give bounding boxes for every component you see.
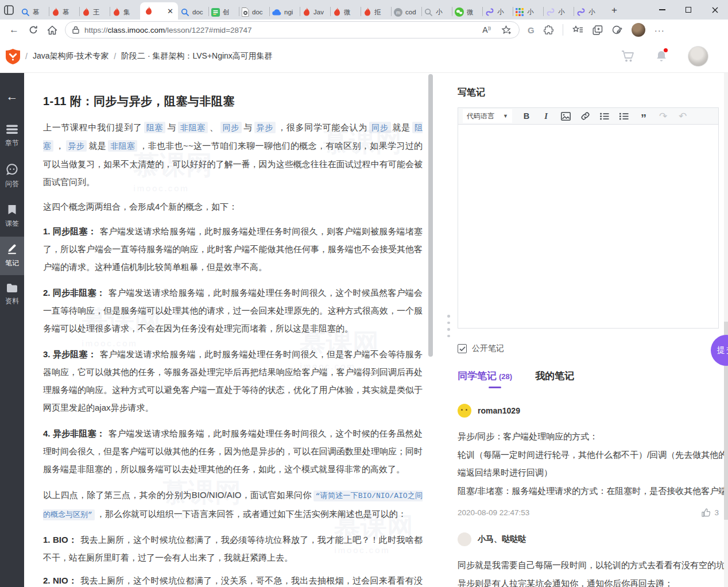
cart-icon[interactable] bbox=[621, 50, 635, 63]
student-note: 小马、哒哒哒同步就是我需要自己每隔一段时间，以轮训的方式去看看有没有空的坑位；异… bbox=[458, 532, 728, 587]
tab-favicon bbox=[333, 7, 341, 17]
note-tabs: 同学笔记(28) 我的笔记 bbox=[458, 369, 728, 388]
sidebar-item-notes[interactable]: 笔记 bbox=[0, 237, 24, 275]
navbar-divider bbox=[563, 24, 563, 36]
tab-title: cod bbox=[405, 9, 416, 16]
browser-tab[interactable]: 创 bbox=[208, 5, 239, 20]
web-capture-icon[interactable] bbox=[612, 25, 622, 35]
italic-icon[interactable]: I bbox=[536, 108, 556, 124]
tab-classmates-notes[interactable]: 同学笔记(28) bbox=[458, 369, 512, 388]
address-bar[interactable]: https://class.imooc.com/lesson/1227#mid=… bbox=[65, 21, 520, 38]
user-avatar[interactable] bbox=[688, 46, 708, 67]
refresh-icon[interactable] bbox=[24, 25, 42, 34]
new-tab-button[interactable]: + bbox=[606, 2, 622, 18]
imooc-logo-icon[interactable] bbox=[6, 49, 20, 64]
breadcrumb-stage[interactable]: 阶段二 · 集群架构：LVS+Nginx高可用集群 bbox=[121, 51, 273, 61]
note-author-name: 小马、哒哒哒 bbox=[478, 534, 526, 544]
browser-tab[interactable]: 小 bbox=[574, 5, 604, 20]
bullet-list-icon[interactable] bbox=[595, 108, 614, 124]
sidebar-item-materials[interactable]: 资料 bbox=[0, 276, 24, 313]
maximize-button[interactable] bbox=[675, 0, 702, 20]
browser-tab[interactable]: 小 bbox=[421, 5, 452, 20]
browser-profile-avatar[interactable] bbox=[632, 23, 645, 37]
breadcrumb-course[interactable]: Java架构师-技术专家 bbox=[33, 51, 109, 61]
back-icon[interactable]: ← bbox=[5, 24, 24, 36]
highlighted-term: 同步 bbox=[369, 122, 390, 133]
browser-tab[interactable]: 慕 bbox=[49, 5, 79, 20]
highlighted-term: 非阻塞 bbox=[178, 122, 208, 133]
browser-tab[interactable]: 微 bbox=[330, 5, 361, 20]
close-button[interactable] bbox=[702, 0, 728, 20]
lesson-item: 4. 异步非阻塞：客户端发送请求给服务端，此时服务端处理任务时间很久，这个时候的… bbox=[43, 424, 423, 478]
sidebar-item-chapters[interactable]: 章节 bbox=[0, 117, 24, 155]
bold-icon[interactable]: B bbox=[517, 108, 536, 124]
quote-icon[interactable]: ” bbox=[634, 108, 653, 124]
browser-tab[interactable]: doc bbox=[239, 5, 269, 20]
code-language-select[interactable]: 代码语言▼ bbox=[463, 109, 512, 123]
more-icon[interactable]: ··· bbox=[655, 25, 665, 35]
undo-icon[interactable]: ↶ bbox=[673, 108, 692, 124]
tab-title: 小 bbox=[558, 8, 565, 17]
browser-tab[interactable]: 集 bbox=[110, 5, 140, 20]
tab-title: 小 bbox=[436, 8, 443, 17]
browser-tab[interactable]: 微 bbox=[452, 5, 482, 20]
favorites-icon[interactable] bbox=[572, 25, 583, 34]
note-editor: 代码语言▼ BI”↷↶ bbox=[458, 107, 719, 329]
browser-tab[interactable]: 王 bbox=[79, 5, 110, 20]
tab-favicon bbox=[242, 7, 249, 17]
sidebar-item-bookmarks[interactable]: 课签 bbox=[0, 197, 24, 235]
browser-tab[interactable]: 小 bbox=[513, 5, 543, 20]
tab-title: Jav bbox=[313, 9, 324, 16]
tab-title: 慕 bbox=[63, 8, 69, 17]
url-text[interactable]: https://class.imooc.com/lesson/1227#mid=… bbox=[84, 26, 252, 34]
browser-tab[interactable]: Jav bbox=[300, 5, 330, 20]
extensions-icon[interactable] bbox=[544, 25, 553, 35]
link-icon[interactable] bbox=[575, 108, 595, 124]
home-icon[interactable] bbox=[42, 25, 61, 35]
browser-tab[interactable]: mcod bbox=[391, 5, 421, 20]
note-text-line: 异步则是有人拉完某坑会通知你，通知你后你再回去蹲； bbox=[458, 574, 728, 587]
thumb-up-icon bbox=[702, 508, 711, 517]
highlighted-term: 同步 bbox=[220, 122, 242, 133]
panel-scrollbar-track[interactable] bbox=[724, 73, 728, 587]
notification-bell-icon[interactable] bbox=[656, 50, 667, 63]
item-lead: 2. NIO： bbox=[43, 576, 77, 585]
public-note-row: 公开笔记 bbox=[458, 343, 728, 354]
browser-tab[interactable]: doc bbox=[178, 5, 208, 20]
browser-tab[interactable]: 慕 bbox=[18, 5, 49, 20]
browser-tab[interactable]: ngi bbox=[269, 5, 300, 20]
notification-dot bbox=[664, 48, 668, 52]
chapters-icon bbox=[6, 125, 18, 134]
read-aloud-icon[interactable]: A)) bbox=[482, 25, 491, 34]
note-textarea[interactable] bbox=[458, 125, 719, 329]
note-text-line: 轮训（每隔一定时间进行轮寻，其他什么都不干）/回调（先去做其他的了 bbox=[458, 446, 728, 464]
tab-favicon bbox=[576, 7, 586, 17]
like-button[interactable]: 3 bbox=[702, 508, 719, 517]
add-favorite-icon[interactable] bbox=[501, 25, 512, 35]
browser-tab[interactable]: 小 bbox=[482, 5, 513, 20]
student-note: roman1029异步/同步：客户端处理响应的方式：轮训（每隔一定时间进行轮寻，… bbox=[458, 404, 728, 517]
tab-title: 小 bbox=[497, 8, 504, 17]
collections-icon[interactable] bbox=[593, 25, 603, 35]
text-run: 、 bbox=[210, 122, 219, 132]
public-note-checkbox[interactable] bbox=[458, 344, 467, 353]
tab-my-notes[interactable]: 我的笔记 bbox=[535, 369, 574, 383]
browser-tab[interactable]: 拒 bbox=[361, 5, 391, 20]
example-list: 1. BIO：我去上厕所，这个时候坑位都满了，我必须等待坑位释放了，我才能上吧？… bbox=[43, 531, 423, 587]
numbered-list-icon[interactable] bbox=[614, 108, 634, 124]
panel-drag-handle[interactable] bbox=[447, 315, 450, 337]
lesson-title: 1-11 附：同步与异步，阻塞与非阻塞 bbox=[43, 94, 423, 109]
tab-close-icon[interactable]: ✕ bbox=[167, 7, 173, 15]
tab-actions-icon[interactable] bbox=[4, 5, 14, 15]
content-scrollbar[interactable] bbox=[428, 74, 433, 357]
sidebar-back-icon[interactable]: ← bbox=[6, 90, 18, 102]
image-icon[interactable] bbox=[556, 108, 575, 124]
redo-icon[interactable]: ↷ bbox=[653, 108, 673, 124]
browser-tab-active[interactable]: ✕ bbox=[140, 2, 178, 20]
sidebar-item-qa[interactable]: 问答 bbox=[0, 156, 24, 196]
g-extension-icon[interactable]: G bbox=[528, 25, 535, 35]
minimize-button[interactable] bbox=[649, 0, 675, 20]
browser-tab[interactable]: 小 bbox=[543, 5, 574, 20]
text-run: 就是 bbox=[393, 122, 411, 132]
item-lead: 2. 同步非阻塞： bbox=[43, 288, 105, 298]
